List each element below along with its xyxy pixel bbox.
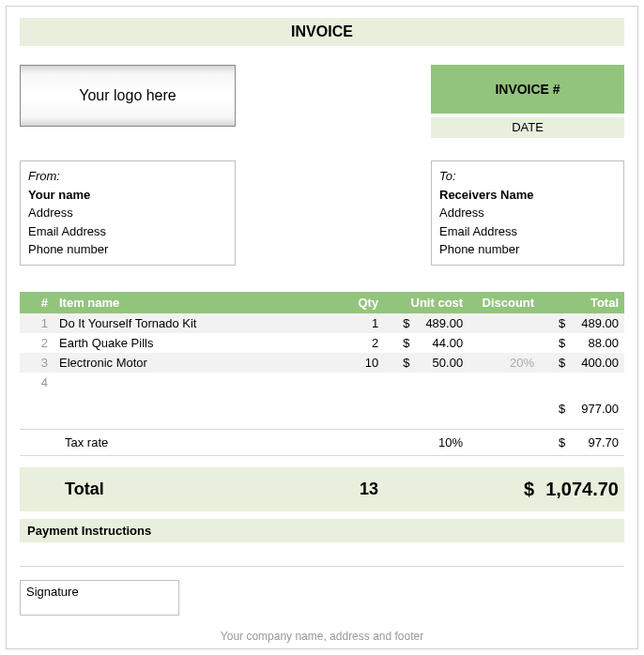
- from-email: Email Address: [28, 222, 227, 241]
- to-name: Receivers Name: [439, 186, 616, 205]
- payment-instructions-header: Payment Instructions: [20, 519, 624, 542]
- row-discount: 20%: [468, 353, 540, 373]
- row-num: 4: [20, 373, 54, 392]
- col-item: Item name: [54, 292, 341, 313]
- subtotal-value: 977.00: [572, 402, 619, 416]
- row-num: 1: [20, 313, 54, 333]
- currency-symbol: $: [524, 479, 534, 499]
- to-email: Email Address: [439, 222, 616, 241]
- invoice-title: INVOICE: [20, 18, 624, 46]
- row-item-name: [54, 373, 341, 392]
- row-unit-cost: [384, 373, 468, 392]
- from-phone: Phone number: [28, 240, 227, 259]
- row-total: $489.00: [540, 313, 624, 333]
- grand-total-amount: 1,074.70: [540, 467, 624, 511]
- logo-placeholder: Your logo here: [20, 65, 236, 127]
- col-total: Total: [540, 292, 624, 313]
- row-num: 2: [20, 333, 54, 353]
- to-phone: Phone number: [439, 240, 616, 259]
- from-address: Address: [28, 204, 227, 222]
- table-row: 1Do It Yourself Tornado Kit1$489.00$489.…: [20, 313, 624, 333]
- invoice-page: INVOICE Your logo here INVOICE # DATE Fr…: [6, 6, 638, 649]
- from-box: From: Your name Address Email Address Ph…: [20, 160, 236, 266]
- address-row: From: Your name Address Email Address Ph…: [20, 160, 624, 266]
- table-row: 2Earth Quake Pills2$44.00$88.00: [20, 333, 624, 353]
- tax-amount: 97.70: [572, 435, 619, 449]
- payment-instructions-body: [20, 542, 624, 567]
- invoice-meta: INVOICE # DATE: [431, 65, 624, 138]
- row-discount: [468, 373, 540, 392]
- tax-label: Tax rate: [20, 430, 341, 456]
- from-name: Your name: [28, 186, 227, 205]
- row-item-name: Electronic Motor: [54, 353, 341, 373]
- subtotal-row: $977.00: [20, 392, 624, 419]
- page-footer: Your company name, address and footer: [7, 630, 637, 643]
- from-label: From:: [28, 167, 227, 186]
- invoice-date-label: DATE: [431, 117, 624, 138]
- row-qty: 1: [341, 313, 384, 333]
- col-num: #: [20, 292, 54, 313]
- total-qty: 13: [341, 467, 384, 511]
- table-header-row: # Item name Qty Unit cost Discount Total: [20, 292, 624, 313]
- currency-symbol: $: [559, 402, 572, 416]
- grand-total-row: Total 13 $ 1,074.70: [20, 467, 624, 511]
- row-discount: [468, 313, 540, 333]
- tax-row: Tax rate 10% $97.70: [20, 430, 624, 456]
- items-table: # Item name Qty Unit cost Discount Total…: [20, 292, 624, 511]
- row-qty: 10: [341, 353, 384, 373]
- tax-rate: 10%: [384, 430, 468, 456]
- col-unit-cost: Unit cost: [384, 292, 468, 313]
- to-box: To: Receivers Name Address Email Address…: [431, 160, 624, 266]
- top-row: Your logo here INVOICE # DATE: [20, 65, 624, 138]
- row-total: [540, 373, 624, 392]
- row-qty: [341, 373, 384, 392]
- row-unit-cost: $50.00: [384, 353, 468, 373]
- row-discount: [468, 333, 540, 353]
- row-num: 3: [20, 353, 54, 373]
- row-item-name: Do It Yourself Tornado Kit: [54, 313, 341, 333]
- row-item-name: Earth Quake Pills: [54, 333, 341, 353]
- table-row: 4: [20, 373, 624, 392]
- col-discount: Discount: [468, 292, 540, 313]
- row-total: $88.00: [540, 333, 624, 353]
- to-label: To:: [439, 167, 616, 186]
- signature-box: Signature: [20, 580, 179, 616]
- row-unit-cost: $489.00: [384, 313, 468, 333]
- to-address: Address: [439, 204, 616, 222]
- row-total: $400.00: [540, 353, 624, 373]
- row-unit-cost: $44.00: [384, 333, 468, 353]
- col-qty: Qty: [341, 292, 384, 313]
- table-row: 3Electronic Motor10$50.0020%$400.00: [20, 353, 624, 373]
- total-label: Total: [20, 467, 341, 511]
- row-qty: 2: [341, 333, 384, 353]
- invoice-number-label: INVOICE #: [431, 65, 624, 114]
